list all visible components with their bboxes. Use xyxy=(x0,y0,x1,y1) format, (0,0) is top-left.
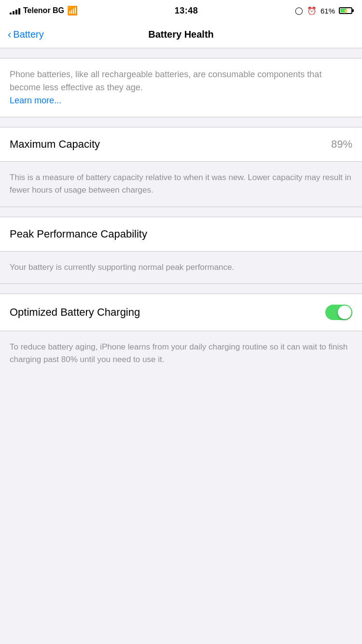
wifi-icon: 📶 xyxy=(67,5,78,16)
battery-percent: 61% xyxy=(320,7,335,15)
peak-performance-section: Peak Performance Capability xyxy=(0,217,362,252)
maximum-capacity-label: Maximum Capacity xyxy=(10,138,100,151)
spacer-top xyxy=(0,48,362,58)
spacer-2 xyxy=(0,207,362,217)
alarm-icon: ⏰ xyxy=(307,6,317,15)
status-right: ◯ ⏰ 61% ⚡ xyxy=(295,6,352,15)
carrier-label: Telenor BG xyxy=(23,6,64,15)
nav-bar: ‹ Battery Battery Health xyxy=(0,21,362,48)
page-title: Battery Health xyxy=(148,29,214,40)
battery-bolt-icon: ⚡ xyxy=(343,8,348,14)
optimized-charging-row: Optimized Battery Charging xyxy=(0,294,362,331)
signal-icon xyxy=(10,7,20,14)
intro-section: Phone batteries, like all rechargeable b… xyxy=(0,58,362,117)
optimized-charging-label: Optimized Battery Charging xyxy=(10,306,140,319)
optimized-charging-toggle[interactable] xyxy=(325,305,352,320)
peak-performance-label: Peak Performance Capability xyxy=(10,228,147,240)
spacer-3 xyxy=(0,284,362,294)
maximum-capacity-value: 89% xyxy=(331,138,352,151)
spacer-1 xyxy=(0,117,362,127)
maximum-capacity-description: This is a measure of battery capacity re… xyxy=(0,162,362,207)
peak-performance-description: Your battery is currently supporting nor… xyxy=(0,252,362,284)
status-bar: Telenor BG 📶 13:48 ◯ ⏰ 61% ⚡ xyxy=(0,0,362,21)
back-chevron-icon: ‹ xyxy=(8,29,11,40)
battery-body: ⚡ xyxy=(339,7,352,14)
maximum-capacity-row: Maximum Capacity 89% xyxy=(0,127,362,162)
screen-record-icon: ◯ xyxy=(295,6,303,15)
toggle-knob xyxy=(338,306,351,319)
back-button-label: Battery xyxy=(13,29,43,40)
battery-icon: ⚡ xyxy=(339,7,352,14)
intro-text: Phone batteries, like all rechargeable b… xyxy=(10,68,352,94)
learn-more-link[interactable]: Learn more... xyxy=(10,96,61,105)
back-button[interactable]: ‹ Battery xyxy=(8,29,44,40)
optimized-charging-description: To reduce battery aging, iPhone learns f… xyxy=(0,331,362,376)
status-time: 13:48 xyxy=(175,6,198,16)
status-left: Telenor BG 📶 xyxy=(10,5,78,16)
